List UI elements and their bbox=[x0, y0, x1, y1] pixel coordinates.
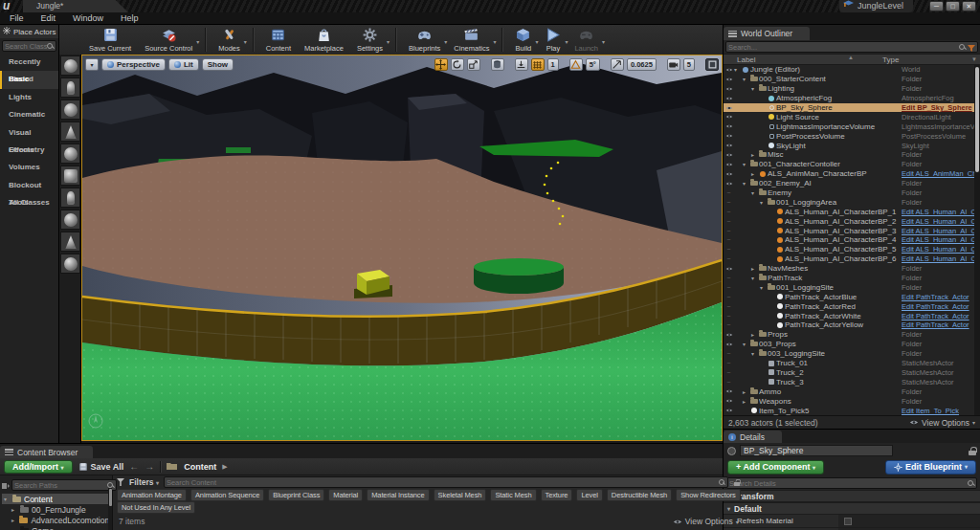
world-coordinate-button[interactable] bbox=[491, 58, 504, 71]
expander-arrow[interactable]: ▾ bbox=[4, 496, 10, 502]
actor-type[interactable]: Edit ALS_Human_AI_CharacterBP_5 bbox=[902, 245, 980, 254]
category-lights[interactable]: Lights bbox=[0, 89, 58, 106]
visibility-eye-icon[interactable] bbox=[724, 398, 734, 404]
visibility-eye-icon[interactable] bbox=[724, 77, 734, 82]
outliner-view-options[interactable]: View Options▾ bbox=[909, 418, 975, 428]
grid-snap-button[interactable] bbox=[531, 58, 545, 71]
folder-advancedlocomotionv4[interactable]: ▸ AdvancedLocomotionV4 bbox=[2, 515, 110, 525]
category-cinematic[interactable]: Cinematic bbox=[0, 106, 58, 123]
camera-speed-button[interactable] bbox=[667, 58, 680, 71]
outliner-row-als-human-ai-characterbp-5[interactable]: ~ ALS_Human_AI_CharacterBP_5 Edit ALS_Hu… bbox=[724, 245, 980, 254]
refresh-material-checkbox[interactable] bbox=[844, 518, 852, 525]
asset-thumbnail[interactable] bbox=[60, 210, 80, 230]
actor-type[interactable]: Edit ALS_Human_AI_CharacterBP_3 bbox=[902, 227, 980, 235]
outliner-row-als-human-ai-characterbp-4[interactable]: ~ ALS_Human_AI_CharacterBP_4 Edit ALS_Hu… bbox=[724, 235, 980, 245]
toolbar-blueprints-button[interactable]: Blueprints▾ bbox=[402, 25, 447, 55]
search-content-box[interactable] bbox=[164, 476, 728, 488]
outliner-row-bp-sky-sphere[interactable]: BP_Sky_Sphere Edit BP_Sky_Sphere bbox=[724, 103, 980, 113]
details-search-input[interactable] bbox=[729, 479, 968, 488]
expander-arrow[interactable]: ▸ bbox=[743, 388, 749, 395]
breadcrumb-arrow[interactable]: ▶ bbox=[222, 463, 227, 471]
filter-chip-destructible-mesh[interactable]: Destructible Mesh bbox=[607, 489, 672, 501]
toolbar-source-control-button[interactable]: Source Control▾ bbox=[138, 25, 199, 55]
visibility-eye-icon[interactable] bbox=[724, 143, 734, 148]
folder-content[interactable]: ▾ Content bbox=[2, 494, 110, 504]
grid-snap-value[interactable]: 1 bbox=[547, 58, 559, 71]
outliner-row-lighting[interactable]: ▾ Lighting Folder bbox=[724, 84, 980, 94]
content-browser-tab[interactable]: Content Browser bbox=[0, 446, 93, 458]
visibility-eye-icon[interactable] bbox=[724, 152, 734, 158]
scale-snap-value[interactable]: 0.0625 bbox=[627, 58, 657, 71]
visibility-eye-icon[interactable]: ~ bbox=[724, 294, 734, 300]
toolbar-cinematics-button[interactable]: Cinematics▾ bbox=[447, 25, 496, 55]
back-arrow-button[interactable]: ← bbox=[129, 461, 139, 472]
expander-arrow[interactable]: ▾ bbox=[760, 199, 767, 206]
actor-type[interactable]: Edit Item_To_Pick bbox=[902, 407, 980, 415]
visibility-eye-icon[interactable] bbox=[724, 123, 734, 129]
edit-blueprint-button[interactable]: Edit Blueprint▾ bbox=[885, 460, 976, 475]
visibility-eye-icon[interactable]: ~ bbox=[724, 284, 734, 291]
outliner-row-pathtrack[interactable]: ~ ▾ PathTrack Folder bbox=[724, 274, 980, 283]
search-content-input[interactable] bbox=[167, 478, 719, 487]
visibility-eye-icon[interactable]: ~ bbox=[724, 275, 734, 281]
rotation-snap-value[interactable]: 5° bbox=[586, 58, 600, 71]
search-paths-input[interactable] bbox=[14, 481, 107, 490]
visibility-eye-icon[interactable] bbox=[724, 133, 734, 139]
category-blockout-tools[interactable]: Blockout Tools bbox=[0, 177, 58, 194]
category-geometry[interactable]: Geometry bbox=[0, 142, 58, 159]
search-classes-input[interactable] bbox=[5, 42, 47, 51]
outliner-row-pathtrack-actoryellow[interactable]: ~ PathTrack_ActorYellow Edit PathTrack_A… bbox=[724, 320, 980, 330]
outliner-row-navmeshes[interactable]: ▸ NavMeshes Folder bbox=[724, 264, 980, 274]
asset-thumbnail[interactable] bbox=[60, 232, 80, 252]
expander-arrow[interactable]: ▾ bbox=[734, 66, 741, 73]
search-paths-box[interactable] bbox=[11, 479, 117, 491]
tutorial-icon[interactable] bbox=[843, 0, 854, 12]
outliner-row-pathtrack-actorwhite[interactable]: ~ PathTrack_ActorWhite Edit PathTrack_Ac… bbox=[724, 311, 980, 320]
outliner-search-box[interactable] bbox=[725, 41, 978, 53]
visibility-eye-icon[interactable]: ~ bbox=[724, 303, 734, 310]
outliner-row-als-human-ai-characterbp-6[interactable]: ~ ALS_Human_AI_CharacterBP_6 Edit ALS_Hu… bbox=[724, 254, 980, 264]
expander-arrow[interactable]: ▸ bbox=[743, 398, 749, 405]
expander-arrow[interactable]: ▾ bbox=[751, 275, 758, 281]
folder-00-fernjungle[interactable]: ▸ 00_FernJungle bbox=[2, 504, 110, 515]
actor-type[interactable]: Edit ALS_Human_AI_CharacterBP_1 bbox=[902, 208, 980, 216]
actor-name-field[interactable] bbox=[740, 445, 893, 456]
asset-thumbnail[interactable] bbox=[60, 166, 80, 186]
filter-chip-material-instance[interactable]: Material Instance bbox=[367, 489, 429, 501]
details-tab[interactable]: i Details bbox=[724, 431, 782, 443]
toolbar-settings-button[interactable]: Settings▾ bbox=[350, 25, 390, 55]
lock-icon[interactable] bbox=[969, 447, 976, 455]
menu-edit[interactable]: Edit bbox=[41, 13, 56, 23]
type-filter-icon[interactable]: ▼ bbox=[971, 56, 977, 62]
menu-window[interactable]: Window bbox=[73, 13, 103, 23]
expander-arrow[interactable]: ▸ bbox=[11, 506, 17, 513]
toolbar-play-button[interactable]: Play▾ bbox=[538, 25, 568, 55]
filter-chip-not-used-in-any-level[interactable]: Not Used In Any Level bbox=[117, 501, 195, 514]
expander-arrow[interactable]: ▸ bbox=[751, 331, 758, 338]
asset-thumbnail[interactable] bbox=[60, 55, 80, 76]
expander-arrow[interactable]: ▾ bbox=[751, 85, 758, 92]
outliner-row-light-source[interactable]: Light Source DirectionalLight bbox=[724, 112, 980, 121]
dropdown-caret[interactable]: ▾ bbox=[493, 38, 496, 45]
outliner-column-headers[interactable]: Label ▲ Type ▼ bbox=[724, 54, 980, 65]
category-visual-effects[interactable]: Visual Effects bbox=[0, 124, 58, 142]
maximize-viewport-button[interactable] bbox=[705, 58, 719, 71]
visibility-eye-icon[interactable] bbox=[724, 388, 734, 394]
asset-thumbnail[interactable] bbox=[60, 144, 80, 164]
visibility-eye-icon[interactable] bbox=[724, 342, 734, 347]
actor-type[interactable]: Edit PathTrack_Actor bbox=[902, 293, 980, 301]
asset-thumbnail[interactable] bbox=[60, 77, 80, 98]
add-import-button[interactable]: Add/Import ▾ bbox=[4, 460, 73, 474]
category-recently-placed[interactable]: Recently Placed bbox=[0, 54, 58, 71]
visibility-eye-icon[interactable]: ~ bbox=[724, 255, 734, 262]
visibility-eye-icon[interactable]: ~ bbox=[724, 360, 734, 366]
category-all-classes[interactable]: All Classes bbox=[0, 194, 58, 211]
asset-thumbnail[interactable] bbox=[60, 121, 80, 142]
expander-arrow[interactable]: ▾ bbox=[743, 180, 749, 187]
filters-button[interactable]: Filters ▾ bbox=[129, 477, 159, 487]
outliner-row-truck-01[interactable]: ~ Truck_01 StaticMeshActor bbox=[724, 359, 980, 368]
outliner-row-als-human-ai-characterbp-1[interactable]: ~ ALS_Human_AI_CharacterBP_1 Edit ALS_Hu… bbox=[724, 207, 980, 216]
menu-file[interactable]: File bbox=[10, 13, 24, 23]
details-search-box[interactable] bbox=[726, 477, 977, 489]
breadcrumb[interactable]: Content bbox=[184, 462, 216, 472]
